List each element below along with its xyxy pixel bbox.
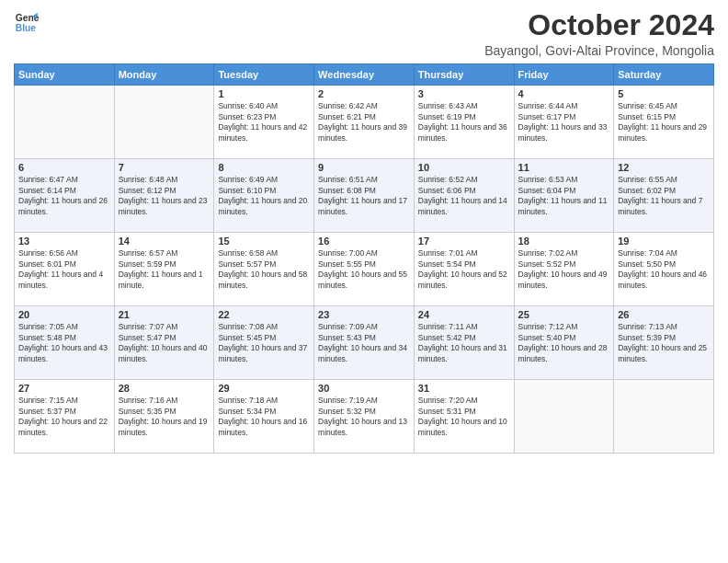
day-number: 29 <box>218 383 310 394</box>
table-row: 5Sunrise: 6:45 AMSunset: 6:15 PMDaylight… <box>614 86 714 159</box>
day-number: 6 <box>18 162 110 173</box>
logo-icon: General Blue <box>14 9 40 35</box>
col-thursday: Thursday <box>414 64 514 86</box>
day-info: Sunrise: 7:15 AMSunset: 5:37 PMDaylight:… <box>18 396 110 438</box>
day-info: Sunrise: 7:00 AMSunset: 5:55 PMDaylight:… <box>318 248 410 291</box>
logo: General Blue <box>14 9 40 35</box>
day-number: 18 <box>518 236 610 247</box>
day-number: 16 <box>318 236 410 247</box>
day-number: 21 <box>119 309 210 320</box>
day-info: Sunrise: 6:47 AMSunset: 6:14 PMDaylight:… <box>18 175 110 217</box>
table-row: 9Sunrise: 6:51 AMSunset: 6:08 PMDaylight… <box>314 159 415 233</box>
col-sunday: Sunday <box>15 64 115 86</box>
table-row: 21Sunrise: 7:07 AMSunset: 5:47 PMDayligh… <box>114 306 214 380</box>
day-number: 4 <box>518 88 610 99</box>
day-info: Sunrise: 6:52 AMSunset: 6:06 PMDaylight:… <box>418 175 510 217</box>
table-row: 29Sunrise: 7:18 AMSunset: 5:34 PMDayligh… <box>214 380 314 454</box>
table-row: 4Sunrise: 6:44 AMSunset: 6:17 PMDaylight… <box>514 86 614 159</box>
day-number: 7 <box>119 162 210 173</box>
calendar-week-row: 20Sunrise: 7:05 AMSunset: 5:48 PMDayligh… <box>15 306 714 380</box>
day-info: Sunrise: 7:11 AMSunset: 5:42 PMDaylight:… <box>418 322 510 364</box>
day-number: 31 <box>418 383 510 394</box>
day-number: 19 <box>618 236 710 247</box>
day-number: 8 <box>218 162 310 173</box>
day-number: 5 <box>618 88 710 99</box>
day-info: Sunrise: 6:40 AMSunset: 6:23 PMDaylight:… <box>218 101 310 144</box>
day-info: Sunrise: 6:48 AMSunset: 6:12 PMDaylight:… <box>119 175 210 217</box>
table-row: 19Sunrise: 7:04 AMSunset: 5:50 PMDayligh… <box>614 233 714 306</box>
title-block: October 2024 Bayangol, Govi-Altai Provin… <box>484 9 714 58</box>
day-number: 15 <box>218 236 310 247</box>
day-info: Sunrise: 7:08 AMSunset: 5:45 PMDaylight:… <box>218 322 310 364</box>
day-info: Sunrise: 6:53 AMSunset: 6:04 PMDaylight:… <box>518 175 610 217</box>
table-row: 16Sunrise: 7:00 AMSunset: 5:55 PMDayligh… <box>314 233 415 306</box>
day-info: Sunrise: 7:09 AMSunset: 5:43 PMDaylight:… <box>318 322 410 364</box>
table-row: 18Sunrise: 7:02 AMSunset: 5:52 PMDayligh… <box>514 233 614 306</box>
table-row: 23Sunrise: 7:09 AMSunset: 5:43 PMDayligh… <box>314 306 415 380</box>
day-info: Sunrise: 7:02 AMSunset: 5:52 PMDaylight:… <box>518 248 610 291</box>
day-number: 2 <box>318 88 410 99</box>
table-row: 30Sunrise: 7:19 AMSunset: 5:32 PMDayligh… <box>314 380 415 454</box>
day-info: Sunrise: 6:56 AMSunset: 6:01 PMDaylight:… <box>18 248 110 291</box>
day-info: Sunrise: 6:49 AMSunset: 6:10 PMDaylight:… <box>218 175 310 217</box>
day-info: Sunrise: 6:42 AMSunset: 6:21 PMDaylight:… <box>318 101 410 144</box>
day-number: 11 <box>518 162 610 173</box>
day-number: 28 <box>119 383 210 394</box>
day-number: 25 <box>518 309 610 320</box>
day-number: 14 <box>119 236 210 247</box>
day-number: 9 <box>318 162 410 173</box>
day-info: Sunrise: 6:51 AMSunset: 6:08 PMDaylight:… <box>318 175 410 217</box>
col-saturday: Saturday <box>614 64 714 86</box>
col-monday: Monday <box>114 64 214 86</box>
calendar-week-row: 1Sunrise: 6:40 AMSunset: 6:23 PMDaylight… <box>15 86 714 159</box>
table-row: 1Sunrise: 6:40 AMSunset: 6:23 PMDaylight… <box>214 86 314 159</box>
day-info: Sunrise: 6:57 AMSunset: 5:59 PMDaylight:… <box>119 248 210 291</box>
day-info: Sunrise: 6:44 AMSunset: 6:17 PMDaylight:… <box>518 101 610 144</box>
col-wednesday: Wednesday <box>314 64 415 86</box>
location-subtitle: Bayangol, Govi-Altai Province, Mongolia <box>484 43 714 58</box>
day-number: 10 <box>418 162 510 173</box>
table-row: 22Sunrise: 7:08 AMSunset: 5:45 PMDayligh… <box>214 306 314 380</box>
table-row: 12Sunrise: 6:55 AMSunset: 6:02 PMDayligh… <box>614 159 714 233</box>
day-number: 24 <box>418 309 510 320</box>
day-number: 1 <box>218 88 310 99</box>
table-row: 2Sunrise: 6:42 AMSunset: 6:21 PMDaylight… <box>314 86 415 159</box>
calendar-week-row: 13Sunrise: 6:56 AMSunset: 6:01 PMDayligh… <box>15 233 714 306</box>
table-row: 28Sunrise: 7:16 AMSunset: 5:35 PMDayligh… <box>114 380 214 454</box>
page: General Blue October 2024 Bayangol, Govi… <box>0 0 728 563</box>
day-number: 27 <box>18 383 110 394</box>
day-info: Sunrise: 7:19 AMSunset: 5:32 PMDaylight:… <box>318 396 410 438</box>
table-row: 25Sunrise: 7:12 AMSunset: 5:40 PMDayligh… <box>514 306 614 380</box>
day-info: Sunrise: 7:12 AMSunset: 5:40 PMDaylight:… <box>518 322 610 364</box>
day-number: 13 <box>18 236 110 247</box>
day-number: 23 <box>318 309 410 320</box>
day-number: 26 <box>618 309 710 320</box>
table-row: 31Sunrise: 7:20 AMSunset: 5:31 PMDayligh… <box>414 380 514 454</box>
table-row: 27Sunrise: 7:15 AMSunset: 5:37 PMDayligh… <box>15 380 115 454</box>
day-number: 17 <box>418 236 510 247</box>
day-number: 30 <box>318 383 410 394</box>
table-row: 11Sunrise: 6:53 AMSunset: 6:04 PMDayligh… <box>514 159 614 233</box>
table-row: 13Sunrise: 6:56 AMSunset: 6:01 PMDayligh… <box>15 233 115 306</box>
table-row: 3Sunrise: 6:43 AMSunset: 6:19 PMDaylight… <box>414 86 514 159</box>
table-row <box>114 86 214 159</box>
day-number: 22 <box>218 309 310 320</box>
day-info: Sunrise: 7:16 AMSunset: 5:35 PMDaylight:… <box>119 396 210 438</box>
calendar-table: Sunday Monday Tuesday Wednesday Thursday… <box>14 63 714 454</box>
calendar-week-row: 27Sunrise: 7:15 AMSunset: 5:37 PMDayligh… <box>15 380 714 454</box>
svg-text:Blue: Blue <box>16 23 37 33</box>
table-row <box>514 380 614 454</box>
table-row: 7Sunrise: 6:48 AMSunset: 6:12 PMDaylight… <box>114 159 214 233</box>
day-number: 3 <box>418 88 510 99</box>
table-row: 6Sunrise: 6:47 AMSunset: 6:14 PMDaylight… <box>15 159 115 233</box>
day-number: 12 <box>618 162 710 173</box>
day-info: Sunrise: 6:43 AMSunset: 6:19 PMDaylight:… <box>418 101 510 144</box>
month-title: October 2024 <box>484 9 714 41</box>
table-row: 20Sunrise: 7:05 AMSunset: 5:48 PMDayligh… <box>15 306 115 380</box>
calendar-week-row: 6Sunrise: 6:47 AMSunset: 6:14 PMDaylight… <box>15 159 714 233</box>
table-row: 8Sunrise: 6:49 AMSunset: 6:10 PMDaylight… <box>214 159 314 233</box>
col-tuesday: Tuesday <box>214 64 314 86</box>
table-row: 14Sunrise: 6:57 AMSunset: 5:59 PMDayligh… <box>114 233 214 306</box>
day-info: Sunrise: 7:07 AMSunset: 5:47 PMDaylight:… <box>119 322 210 364</box>
table-row: 24Sunrise: 7:11 AMSunset: 5:42 PMDayligh… <box>414 306 514 380</box>
